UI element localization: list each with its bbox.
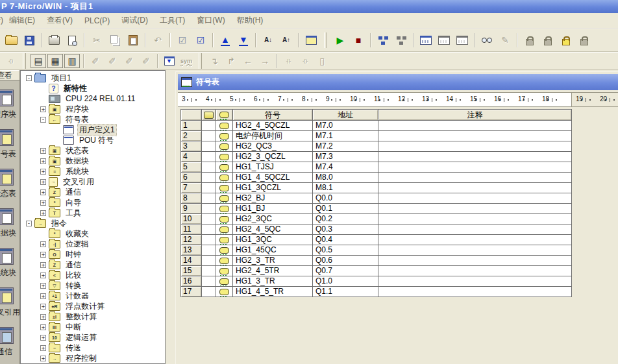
- symbol-cell[interactable]: HG1_TJSJ: [233, 162, 313, 173]
- row-number-cell[interactable]: 7: [180, 183, 202, 193]
- nav-item-program-block[interactable]: 程序块: [0, 90, 20, 120]
- tree-item-cpu[interactable]: CPU 224 REL 01.11: [21, 93, 165, 104]
- address-cell[interactable]: Q1.0: [313, 276, 378, 287]
- overwrite-cell[interactable]: [202, 235, 216, 245]
- expand-icon[interactable]: +: [40, 169, 46, 175]
- download-button[interactable]: ▼: [235, 32, 252, 49]
- symbol-cell[interactable]: HG2_3QC: [233, 214, 313, 224]
- overwrite-cell[interactable]: [202, 152, 216, 162]
- tree-item-communications[interactable]: +Z通信: [21, 187, 165, 197]
- address-cell[interactable]: Q0.5: [313, 245, 378, 256]
- symbol-cell[interactable]: HG2_4_5TR: [233, 266, 313, 276]
- chart-status-button[interactable]: [417, 32, 434, 49]
- menu-help[interactable]: 帮助(H): [231, 14, 269, 27]
- expand-icon[interactable]: +: [40, 314, 46, 320]
- overwrite-cell[interactable]: [202, 173, 216, 183]
- overwrite-cell[interactable]: [202, 256, 216, 266]
- overwrite-cell[interactable]: [202, 266, 216, 276]
- nav-item-symbol-table[interactable]: 符号表: [0, 129, 20, 160]
- symbol-cell[interactable]: HG2_QC3_: [233, 141, 313, 152]
- expand-icon[interactable]: +: [40, 356, 46, 361]
- row-number-cell[interactable]: 17: [180, 287, 202, 297]
- tree-item-favorites[interactable]: *收藏夹: [21, 228, 165, 239]
- tree-item-data-block[interactable]: +▣数据块: [21, 156, 165, 166]
- address-cell[interactable]: Q0.7: [313, 266, 378, 276]
- address-view-button[interactable]: [162, 54, 177, 68]
- address-cell[interactable]: Q1.1: [313, 287, 378, 297]
- nav-item-system-block[interactable]: 系统块: [0, 248, 20, 278]
- row-number-cell[interactable]: 5: [180, 162, 202, 173]
- menu-window[interactable]: 窗口(W): [191, 14, 230, 27]
- overwrite-cell[interactable]: [202, 162, 216, 173]
- symbol-flag-cell[interactable]: [216, 276, 233, 287]
- overwrite-cell[interactable]: [202, 276, 216, 287]
- tree-item-pou-symbols[interactable]: POU 符号: [21, 135, 165, 145]
- save-all-button[interactable]: [21, 32, 38, 49]
- symbol-cell[interactable]: HG1_4_5QCZL: [233, 173, 313, 183]
- symbol-flag-cell[interactable]: [216, 162, 233, 173]
- row-number-cell[interactable]: 9: [180, 204, 202, 214]
- comment-cell[interactable]: [378, 245, 572, 256]
- row-number-cell[interactable]: 12: [180, 235, 202, 245]
- address-cell[interactable]: M7.1: [313, 131, 378, 141]
- address-cell[interactable]: Q0.0: [313, 193, 378, 204]
- address-cell[interactable]: M8.0: [313, 173, 378, 183]
- symbol-flag-cell[interactable]: [216, 152, 233, 162]
- comment-cell[interactable]: [378, 121, 572, 131]
- tree-item-wizards[interactable]: +*向导: [21, 197, 165, 208]
- comment-cell[interactable]: [378, 131, 572, 141]
- expand-icon[interactable]: +: [40, 304, 46, 309]
- nav-item-cross-reference[interactable]: 交叉引用: [0, 287, 20, 318]
- tree-item-tools[interactable]: +T工具: [21, 208, 165, 218]
- panel-splitter[interactable]: [166, 70, 175, 364]
- tree-item-logical-operations[interactable]: +10逻辑运算: [21, 332, 165, 343]
- symbol-flag-cell[interactable]: [216, 141, 233, 152]
- address-cell[interactable]: Q0.3: [313, 224, 378, 235]
- comment-cell[interactable]: [378, 214, 572, 224]
- overwrite-cell[interactable]: [202, 141, 216, 152]
- tree-item-instructions[interactable]: -→指令: [21, 218, 165, 228]
- menu-edit[interactable]: 编辑(E): [3, 14, 41, 27]
- monitor-button[interactable]: [478, 32, 495, 49]
- row-number-cell[interactable]: 6: [180, 173, 202, 183]
- tree-item-clock[interactable]: +O时钟: [21, 249, 165, 260]
- upload-button[interactable]: ▲: [217, 32, 234, 49]
- address-cell[interactable]: Q0.1: [313, 204, 378, 214]
- symbol-cell[interactable]: HG1_4_5_TR: [233, 287, 313, 297]
- program-status-button[interactable]: [375, 32, 391, 49]
- symbol-flag-cell[interactable]: [216, 256, 233, 266]
- run-button[interactable]: ▶: [332, 32, 349, 49]
- nav-item-data-block[interactable]: 数据块: [0, 208, 20, 239]
- overwrite-cell[interactable]: [202, 204, 216, 214]
- menu-debug[interactable]: 调试(D): [116, 14, 154, 27]
- menu-plc[interactable]: PLC(P): [79, 15, 116, 27]
- tree-item-communications-instr[interactable]: +Z通信: [21, 260, 165, 270]
- expand-icon[interactable]: +: [40, 324, 46, 330]
- expand-icon[interactable]: +: [40, 262, 46, 268]
- overwrite-cell[interactable]: [202, 245, 216, 256]
- nav-view-header[interactable]: 查看: [0, 70, 20, 80]
- address-cell[interactable]: M7.3: [313, 152, 378, 162]
- row-number-cell[interactable]: 16: [180, 276, 202, 287]
- tree-item-whats-new[interactable]: ?新特性: [21, 83, 165, 93]
- symbol-flag-cell[interactable]: [216, 204, 233, 214]
- symbol-flag-cell[interactable]: [216, 121, 233, 131]
- expand-icon[interactable]: +: [40, 252, 46, 258]
- overwrite-cell[interactable]: [202, 287, 216, 297]
- expand-icon[interactable]: +: [40, 106, 46, 112]
- comment-cell[interactable]: [378, 287, 572, 297]
- symbol-flag-cell[interactable]: [216, 266, 233, 276]
- symbol-cell[interactable]: HG1_3_TR: [233, 276, 313, 287]
- symbol-cell[interactable]: HG1_3QC: [233, 235, 313, 245]
- row-number-cell[interactable]: 8: [180, 193, 202, 204]
- overwrite-cell[interactable]: [202, 224, 216, 235]
- symbol-cell[interactable]: HG2_3_TR: [233, 256, 313, 266]
- nav-item-status-chart[interactable]: 状态表: [0, 169, 20, 199]
- symbol-cell[interactable]: HG2_BJ: [233, 193, 313, 204]
- address-cell[interactable]: Q0.4: [313, 235, 378, 245]
- comment-cell[interactable]: [378, 235, 572, 245]
- comment-cell[interactable]: [378, 141, 572, 152]
- symbol-flag-cell[interactable]: [216, 183, 233, 193]
- tree-item-integer-math[interactable]: +±I整数计算: [21, 311, 165, 322]
- tree-item-program-block[interactable]: +▣程序块: [21, 104, 165, 114]
